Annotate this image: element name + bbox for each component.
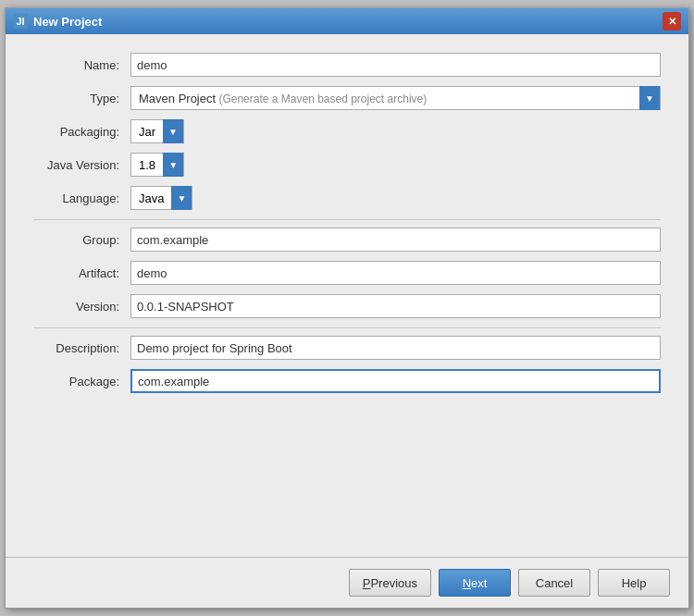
packaging-row: Packaging: Jar ▼ <box>33 119 661 143</box>
name-row: Name: <box>33 53 661 77</box>
close-button[interactable]: ✕ <box>663 12 681 31</box>
cancel-label: Cancel <box>536 576 573 590</box>
help-button[interactable]: Help <box>598 569 670 597</box>
type-dropdown[interactable]: Maven Project (Generate a Maven based pr… <box>130 86 661 110</box>
language-label: Language: <box>33 191 130 205</box>
language-row: Language: Java ▼ <box>33 186 661 210</box>
next-button[interactable]: Next <box>439 569 511 597</box>
artifact-label: Artifact: <box>33 266 130 280</box>
artifact-input[interactable] <box>130 261 661 285</box>
version-row: Version: <box>33 294 661 318</box>
previous-button[interactable]: PPrevious <box>349 569 431 597</box>
empty-area <box>33 402 661 557</box>
packaging-dropdown[interactable]: Jar ▼ <box>130 119 184 143</box>
divider-1 <box>33 219 661 220</box>
group-input[interactable] <box>130 228 661 252</box>
type-label: Type: <box>33 92 130 105</box>
help-label: Help <box>622 576 647 590</box>
version-label: Version: <box>33 300 130 314</box>
artifact-row: Artifact: <box>33 261 661 285</box>
java-version-dropdown-button[interactable]: ▼ <box>163 153 183 177</box>
divider-2 <box>33 327 661 328</box>
type-sub-text: (Generate a Maven based project archive) <box>216 92 427 105</box>
package-input[interactable] <box>130 369 661 393</box>
packaging-value: Jar <box>131 123 163 141</box>
packaging-label: Packaging: <box>33 125 130 139</box>
title-bar: JI New Project ✕ <box>6 8 688 34</box>
language-dropdown-button[interactable]: ▼ <box>171 186 192 210</box>
java-version-dropdown[interactable]: 1.8 ▼ <box>130 153 184 177</box>
description-label: Description: <box>33 341 130 355</box>
description-row: Description: <box>33 336 661 360</box>
group-label: Group: <box>33 233 130 247</box>
language-value: Java <box>131 190 171 207</box>
package-label: Package: <box>33 375 130 388</box>
java-version-value: 1.8 <box>131 156 163 174</box>
java-version-row: Java Version: 1.8 ▼ <box>33 153 661 177</box>
packaging-dropdown-button[interactable]: ▼ <box>163 119 183 143</box>
app-icon: JI <box>13 14 28 29</box>
cancel-button[interactable]: Cancel <box>518 569 590 597</box>
type-dropdown-button[interactable]: ▼ <box>639 86 660 110</box>
group-row: Group: <box>33 228 661 252</box>
next-label: Next <box>463 576 488 590</box>
type-main-text: Maven Project <box>139 92 216 105</box>
java-version-label: Java Version: <box>33 158 130 172</box>
description-input[interactable] <box>130 336 661 360</box>
type-row: Type: Maven Project (Generate a Maven ba… <box>33 86 661 110</box>
dialog-footer: PPrevious Next Cancel Help <box>6 557 688 608</box>
previous-label: PPrevious <box>363 576 417 590</box>
package-row: Package: <box>33 369 661 393</box>
language-dropdown[interactable]: Java ▼ <box>130 186 192 210</box>
version-input[interactable] <box>130 294 661 318</box>
new-project-dialog: JI New Project ✕ Name: Type: Maven Proje… <box>5 7 689 609</box>
name-input[interactable] <box>130 53 661 77</box>
dialog-content: Name: Type: Maven Project (Generate a Ma… <box>6 34 688 557</box>
type-dropdown-text: Maven Project (Generate a Maven based pr… <box>131 90 434 107</box>
dialog-title: New Project <box>33 15 663 29</box>
name-label: Name: <box>33 58 130 72</box>
